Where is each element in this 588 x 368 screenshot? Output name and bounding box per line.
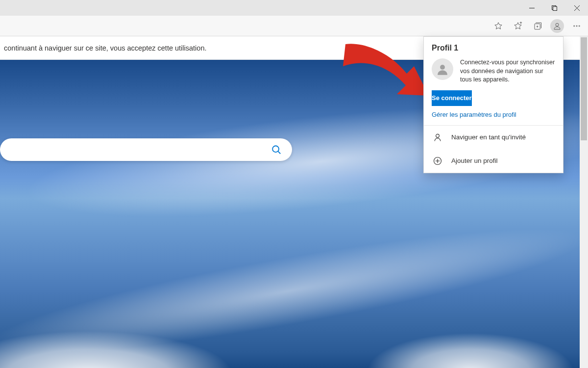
svg-point-13	[576, 25, 577, 26]
maximize-icon	[552, 5, 557, 11]
profile-button[interactable]	[549, 18, 565, 34]
plus-circle-icon	[433, 156, 442, 166]
add-favorite-icon	[514, 22, 522, 30]
add-favorite-button[interactable]	[510, 18, 526, 34]
svg-point-15	[272, 146, 279, 152]
collections-icon	[533, 22, 542, 30]
browse-as-guest-label: Naviguer en tant qu'invité	[451, 133, 526, 141]
decorative-cloud	[0, 276, 294, 368]
browser-toolbar	[0, 16, 588, 36]
svg-point-18	[436, 134, 440, 137]
profile-flyout-title: Profil 1	[424, 37, 563, 54]
sign-in-button[interactable]: Se connecter	[432, 90, 472, 106]
guest-icon	[433, 132, 442, 142]
svg-rect-2	[553, 6, 557, 10]
close-icon	[574, 5, 580, 11]
svg-point-11	[556, 23, 559, 26]
browser-window: continuant à naviguer sur ce site, vous …	[0, 0, 588, 368]
profile-sync-description: Connectez-vous pour synchroniser vos don…	[460, 58, 555, 84]
browse-as-guest-item[interactable]: Naviguer en tant qu'invité	[424, 126, 563, 149]
profile-avatar-icon	[550, 19, 564, 33]
close-button[interactable]	[565, 0, 588, 16]
vertical-scrollbar[interactable]	[580, 36, 588, 368]
window-controls	[520, 0, 588, 16]
favorite-outline-icon	[494, 22, 503, 30]
more-button[interactable]	[568, 18, 585, 34]
svg-point-14	[579, 25, 580, 26]
add-profile-label: Ajouter un profil	[451, 157, 498, 164]
search-icon	[271, 144, 282, 155]
maximize-button[interactable]	[543, 0, 565, 16]
window-titlebar	[0, 0, 588, 16]
manage-profile-label: Gérer les paramètres du profil	[432, 111, 516, 118]
search-button[interactable]	[267, 140, 286, 159]
scrollbar-thumb[interactable]	[581, 37, 587, 140]
minimize-icon	[529, 5, 535, 11]
profile-sync-row: Connectez-vous pour synchroniser vos don…	[424, 54, 563, 90]
favorite-button[interactable]	[490, 18, 507, 34]
search-box[interactable]	[0, 138, 292, 161]
sign-in-label: Se connecter	[432, 94, 472, 102]
svg-point-17	[440, 65, 445, 70]
svg-line-16	[278, 152, 281, 154]
minimize-button[interactable]	[520, 0, 543, 16]
cookie-consent-text: continuant à naviguer sur ce site, vous …	[4, 44, 206, 52]
decorative-cloud	[323, 285, 588, 368]
collections-button[interactable]	[529, 18, 546, 34]
profile-flyout: Profil 1 Connectez-vous pour synchronise…	[423, 36, 564, 173]
more-icon	[572, 22, 581, 30]
add-profile-item[interactable]: Ajouter un profil	[424, 149, 563, 173]
search-input[interactable]	[10, 146, 267, 154]
profile-avatar-large	[432, 58, 453, 80]
manage-profile-link[interactable]: Gérer les paramètres du profil	[424, 111, 563, 125]
svg-point-12	[574, 25, 575, 26]
